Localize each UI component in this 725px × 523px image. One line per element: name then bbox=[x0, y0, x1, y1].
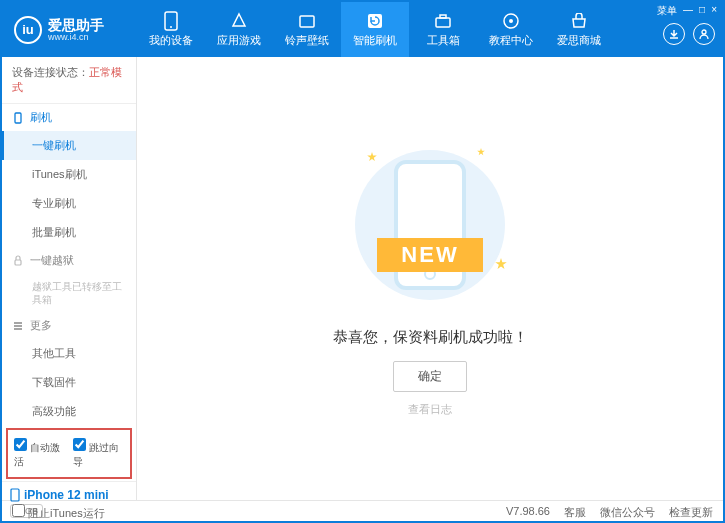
view-log-link[interactable]: 查看日志 bbox=[408, 402, 452, 417]
service-link[interactable]: 客服 bbox=[564, 505, 586, 520]
tab-label: 我的设备 bbox=[149, 33, 193, 48]
connection-status: 设备连接状态：正常模式 bbox=[2, 57, 136, 104]
app-logo-icon: iu bbox=[14, 16, 42, 44]
skip-guide-checkbox[interactable]: 跳过向导 bbox=[73, 438, 124, 469]
apps-icon bbox=[229, 11, 249, 31]
store-icon bbox=[569, 11, 589, 31]
wechat-link[interactable]: 微信公众号 bbox=[600, 505, 655, 520]
tab-my-device[interactable]: 我的设备 bbox=[137, 2, 205, 57]
sidebar-item-batch-flash[interactable]: 批量刷机 bbox=[2, 218, 136, 247]
flash-icon bbox=[12, 112, 24, 124]
sidebar-item-itunes-flash[interactable]: iTunes刷机 bbox=[2, 160, 136, 189]
auto-activate-checkbox[interactable]: 自动激活 bbox=[14, 438, 65, 469]
toolbox-icon bbox=[433, 11, 453, 31]
header-right bbox=[663, 2, 715, 57]
sidebar-item-download-fw[interactable]: 下载固件 bbox=[2, 368, 136, 397]
tab-ringtones[interactable]: 铃声壁纸 bbox=[273, 2, 341, 57]
tab-label: 工具箱 bbox=[427, 33, 460, 48]
svg-rect-10 bbox=[15, 260, 21, 265]
tab-label: 教程中心 bbox=[489, 33, 533, 48]
svg-rect-2 bbox=[300, 16, 314, 27]
sidebar-item-advanced[interactable]: 高级功能 bbox=[2, 397, 136, 426]
logo-area: iu 爱思助手 www.i4.cn bbox=[2, 16, 137, 44]
success-message: 恭喜您，保资料刷机成功啦！ bbox=[333, 328, 528, 347]
success-illustration: NEW bbox=[345, 140, 515, 310]
ok-button[interactable]: 确定 bbox=[393, 361, 467, 392]
tab-toolbox[interactable]: 工具箱 bbox=[409, 2, 477, 57]
section-jailbreak: 一键越狱 bbox=[2, 247, 136, 274]
section-label: 一键越狱 bbox=[30, 253, 74, 268]
section-more[interactable]: 更多 bbox=[2, 312, 136, 339]
check-update-link[interactable]: 检查更新 bbox=[669, 505, 713, 520]
sidebar-item-oneclick-flash[interactable]: 一键刷机 bbox=[2, 131, 136, 160]
tab-label: 应用游戏 bbox=[217, 33, 261, 48]
nav-tabs: 我的设备 应用游戏 铃声壁纸 智能刷机 工具箱 教程中心 爱思商城 bbox=[137, 2, 613, 57]
status-label: 设备连接状态： bbox=[12, 66, 89, 78]
section-label: 更多 bbox=[30, 318, 52, 333]
svg-point-1 bbox=[170, 26, 172, 28]
device-name: iPhone 12 mini bbox=[10, 488, 128, 502]
svg-rect-5 bbox=[440, 15, 446, 18]
sidebar-item-other-tools[interactable]: 其他工具 bbox=[2, 339, 136, 368]
device-icon bbox=[10, 488, 20, 502]
block-itunes-checkbox[interactable]: 阻止iTunes运行 bbox=[12, 504, 105, 521]
svg-rect-11 bbox=[11, 489, 19, 501]
version-text: V7.98.66 bbox=[506, 505, 550, 520]
tab-label: 爱思商城 bbox=[557, 33, 601, 48]
app-name: 爱思助手 bbox=[48, 18, 104, 32]
svg-rect-4 bbox=[436, 18, 450, 27]
download-button[interactable] bbox=[663, 23, 685, 45]
svg-point-7 bbox=[509, 19, 513, 23]
tab-label: 智能刷机 bbox=[353, 33, 397, 48]
refresh-icon bbox=[365, 11, 385, 31]
tab-flash[interactable]: 智能刷机 bbox=[341, 2, 409, 57]
checkbox-row: 自动激活 跳过向导 bbox=[6, 428, 132, 479]
svg-point-8 bbox=[702, 30, 706, 34]
svg-rect-9 bbox=[15, 113, 21, 123]
section-label: 刷机 bbox=[30, 110, 52, 125]
sidebar-item-pro-flash[interactable]: 专业刷机 bbox=[2, 189, 136, 218]
book-icon bbox=[501, 11, 521, 31]
tab-label: 铃声壁纸 bbox=[285, 33, 329, 48]
section-flash[interactable]: 刷机 bbox=[2, 104, 136, 131]
new-ribbon: NEW bbox=[377, 238, 482, 272]
tab-store[interactable]: 爱思商城 bbox=[545, 2, 613, 57]
more-icon bbox=[12, 320, 24, 332]
app-header: 菜单 — □ × iu 爱思助手 www.i4.cn 我的设备 应用游戏 铃声壁… bbox=[2, 2, 723, 57]
folder-icon bbox=[297, 11, 317, 31]
app-url: www.i4.cn bbox=[48, 32, 104, 42]
main-content: NEW 恭喜您，保资料刷机成功啦！ 确定 查看日志 bbox=[137, 57, 723, 500]
jailbreak-tip: 越狱工具已转移至工具箱 bbox=[2, 274, 136, 312]
tab-tutorials[interactable]: 教程中心 bbox=[477, 2, 545, 57]
lock-icon bbox=[12, 255, 24, 267]
checkbox-label: 阻止iTunes运行 bbox=[28, 507, 105, 519]
sidebar: 设备连接状态：正常模式 刷机 一键刷机 iTunes刷机 专业刷机 批量刷机 一… bbox=[2, 57, 137, 500]
phone-icon bbox=[161, 11, 181, 31]
user-button[interactable] bbox=[693, 23, 715, 45]
tab-apps[interactable]: 应用游戏 bbox=[205, 2, 273, 57]
